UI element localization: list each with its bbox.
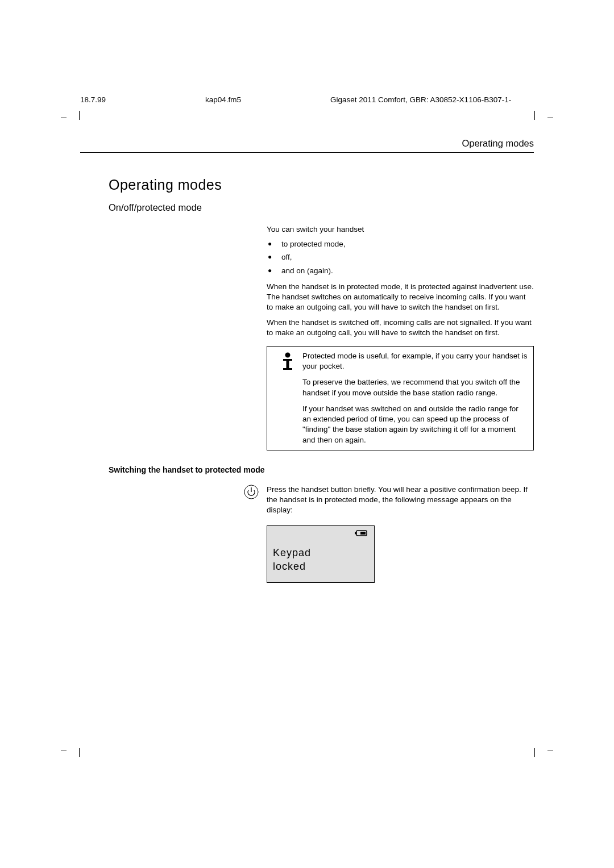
info-paragraph: To preserve the batteries, we recommend …: [302, 377, 528, 398]
svg-point-0: [285, 352, 291, 357]
power-button-icon: [244, 485, 259, 583]
list-item: and on (again).: [267, 266, 534, 276]
step-text: Press the handset button briefly. You wi…: [267, 485, 534, 516]
section-subtitle: On/off/protected mode: [109, 202, 534, 213]
display-line: Keypad: [273, 546, 368, 560]
header-meta: 18.7.99 kap04.fm5 Gigaset 2011 Comfort, …: [80, 95, 534, 121]
info-box: Protected mode is useful, for example, i…: [267, 346, 534, 450]
header-date: 18.7.99: [80, 95, 106, 104]
list-item: off,: [267, 252, 534, 262]
page-title: Operating modes: [109, 177, 534, 193]
svg-rect-7: [355, 532, 356, 535]
info-paragraph: If your handset was switched on and outs…: [302, 404, 528, 445]
handset-display: Keypad locked: [267, 525, 375, 583]
divider: [80, 152, 534, 153]
list-item: to protected mode,: [267, 239, 534, 249]
svg-rect-3: [283, 368, 292, 370]
bullet-list: to protected mode, off, and on (again).: [267, 239, 534, 276]
body-paragraph: When the handset is switched off, incomi…: [267, 318, 534, 338]
display-line: locked: [273, 560, 368, 573]
info-paragraph: Protected mode is useful, for example, i…: [302, 351, 528, 372]
header-file: kap04.fm5: [205, 95, 241, 104]
body-paragraph: When the handset is in protected mode, i…: [267, 282, 534, 313]
header-docid: Gigaset 2011 Comfort, GBR: A30852-X1106-…: [330, 95, 511, 104]
svg-rect-8: [360, 532, 366, 535]
procedure-heading: Switching the handset to protected mode: [109, 465, 534, 474]
info-icon: [281, 352, 294, 445]
svg-rect-2: [287, 359, 289, 368]
running-head: Operating modes: [80, 121, 534, 149]
battery-icon: [355, 529, 368, 540]
intro-text: You can switch your handset: [267, 224, 534, 235]
